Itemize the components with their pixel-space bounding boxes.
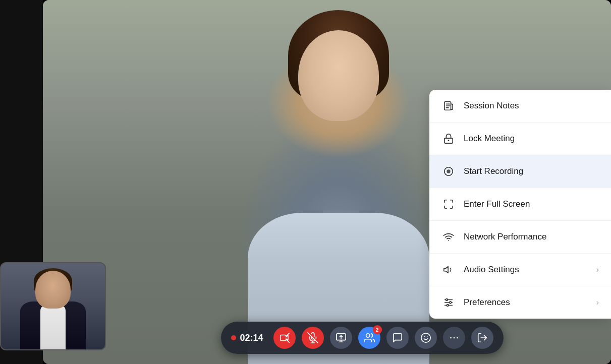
menu-item-preferences[interactable]: Preferences › (429, 286, 611, 319)
leave-icon (477, 332, 488, 343)
svg-point-4 (366, 334, 369, 337)
more-options-button[interactable] (443, 327, 465, 349)
menu-item-lock-meeting[interactable]: Lock Meeting (429, 123, 611, 155)
svg-point-17 (448, 240, 449, 241)
fullscreen-icon (441, 197, 456, 211)
meeting-toolbar: 02:14 2 (220, 322, 503, 354)
timer-display: 02:14 (240, 333, 263, 343)
svg-point-14 (448, 140, 450, 141)
reactions-icon (420, 332, 431, 343)
participant-thumbnail (0, 262, 106, 350)
leave-button[interactable] (471, 327, 493, 349)
video-button[interactable] (273, 327, 296, 349)
menu-item-network-performance[interactable]: Network Performance (429, 221, 611, 254)
lock-meeting-label: Lock Meeting (464, 134, 599, 144)
participants-badge: 2 (373, 325, 382, 334)
preferences-icon (441, 295, 456, 310)
svg-point-5 (421, 333, 430, 342)
menu-item-start-recording[interactable]: Start Recording (429, 155, 611, 188)
participants-icon (364, 332, 375, 343)
screenshare-icon (336, 332, 347, 343)
mic-off-icon (307, 332, 318, 343)
chat-icon (392, 332, 403, 343)
screenshare-button[interactable] (330, 327, 352, 349)
svg-point-23 (450, 301, 452, 304)
mute-button[interactable] (302, 327, 324, 349)
man-shirt (40, 307, 66, 349)
context-menu: Session Notes Lock Meeting Start Recordi… (429, 90, 611, 319)
recording-indicator (231, 335, 236, 340)
record-icon (441, 164, 456, 178)
svg-point-10 (457, 337, 458, 339)
audio-settings-chevron: › (596, 265, 599, 274)
svg-marker-18 (444, 267, 448, 273)
man-head (35, 271, 71, 309)
menu-item-session-notes[interactable]: Session Notes (429, 90, 611, 123)
participants-button[interactable]: 2 (358, 327, 380, 349)
svg-point-24 (447, 305, 449, 307)
video-off-icon (279, 332, 290, 343)
reactions-button[interactable] (415, 327, 437, 349)
network-performance-label: Network Performance (464, 232, 599, 242)
start-recording-label: Start Recording (464, 166, 599, 176)
notes-icon (441, 99, 456, 113)
audio-icon (441, 263, 456, 277)
more-icon (449, 332, 460, 343)
svg-point-22 (446, 299, 448, 301)
svg-point-16 (447, 169, 450, 173)
svg-point-8 (450, 337, 452, 339)
menu-item-fullscreen[interactable]: Enter Full Screen (429, 188, 611, 221)
fullscreen-label: Enter Full Screen (464, 199, 599, 209)
wifi-icon (441, 230, 456, 244)
lock-icon (441, 132, 456, 146)
menu-item-audio-settings[interactable]: Audio Settings › (429, 254, 611, 286)
face (298, 30, 379, 121)
chat-button[interactable] (386, 327, 409, 349)
preferences-chevron: › (596, 298, 599, 307)
svg-point-9 (453, 337, 455, 339)
session-notes-label: Session Notes (464, 101, 599, 111)
meeting-timer: 02:14 (231, 333, 267, 343)
preferences-label: Preferences (464, 297, 588, 308)
audio-settings-label: Audio Settings (464, 265, 588, 275)
